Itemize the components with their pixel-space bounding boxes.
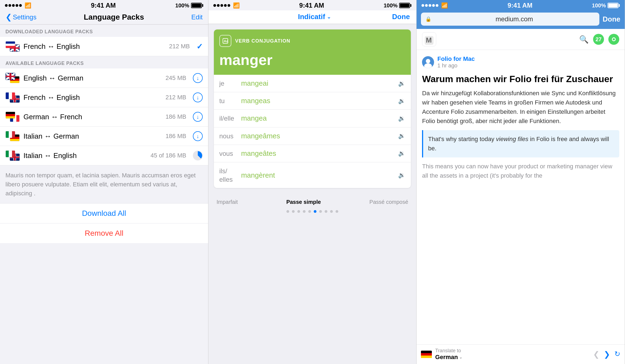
remove-all-button[interactable]: Remove All xyxy=(0,223,208,243)
medium-logo: M xyxy=(422,32,436,46)
verb-name: manger xyxy=(214,49,411,75)
pack-label-fr-en-avail: French ↔ English xyxy=(23,93,162,102)
battery-bar-2 xyxy=(399,3,411,8)
highlight-text-italic: viewing files xyxy=(496,136,528,142)
translate-bar: Translate to German ⌄ ❮ ❯ ↻ xyxy=(417,344,625,364)
conjugated-ilelle: mangea xyxy=(241,114,398,123)
tense-passe-simple[interactable]: Passe simple xyxy=(286,199,321,205)
conjugated-vous: mangeâtes xyxy=(241,149,398,158)
article-area: Folio for Mac 1 hr ago Warum machen wir … xyxy=(417,50,625,344)
conjugated-nous: mangeâmes xyxy=(241,132,398,140)
flag-uk-en-de xyxy=(5,73,15,80)
flag-pair-fr-en-avail xyxy=(5,92,20,103)
app-icon-green[interactable] xyxy=(608,34,619,45)
speaker-icon-ilelle[interactable]: 🔉 xyxy=(398,115,405,122)
flag-de-de-fr xyxy=(5,112,15,119)
flag-pair-en-de xyxy=(5,73,20,83)
conjugated-je: mangeai xyxy=(241,79,398,88)
translate-info[interactable]: Translate to German ⌄ xyxy=(435,348,462,361)
pack-row-de-fr: German ↔ French 186 MB ↓ xyxy=(0,107,208,127)
dot-9[interactable] xyxy=(330,210,333,213)
download-btn-it-de[interactable]: ↓ xyxy=(193,131,203,141)
dot-3[interactable] xyxy=(297,210,300,213)
flag-it-it-de xyxy=(5,131,15,138)
progress-circle-icon xyxy=(193,151,203,160)
speaker-icon-vous[interactable]: 🔉 xyxy=(398,150,405,157)
pack-size-fr-en-dl: 212 MB xyxy=(169,43,190,50)
conjugation-row-tu: tu mangeas 🔉 xyxy=(214,92,411,110)
flag-pair-fr-en-downloaded xyxy=(5,41,20,52)
dot-2[interactable] xyxy=(292,210,295,213)
nav-back-label: Settings xyxy=(13,13,37,21)
pack-size-it-de: 186 MB xyxy=(166,133,186,140)
edit-button[interactable]: Edit xyxy=(191,13,202,21)
download-btn-fr-en[interactable]: ↓ xyxy=(193,93,203,102)
dot-7[interactable] xyxy=(319,210,322,213)
speaker-icon-ilselles[interactable]: 🔉 xyxy=(398,172,405,179)
flag-pair-it-de xyxy=(5,131,20,141)
flag-pair-de-fr xyxy=(5,112,20,122)
pager-area: Imparfait Passe simple Passé composé xyxy=(208,193,417,218)
dot-8[interactable] xyxy=(325,210,327,213)
progress-btn-it-en[interactable] xyxy=(193,151,203,160)
search-button[interactable]: 🔍 xyxy=(579,35,589,44)
verb-conjugation-icon: Aa xyxy=(219,35,231,47)
battery-pct-3: 100% xyxy=(592,2,606,9)
dot-4[interactable] xyxy=(303,210,306,213)
nav-back-button[interactable]: ❮ Settings xyxy=(5,13,37,22)
translate-label-text: Translate to xyxy=(435,348,462,354)
phone-language-packs: 📶 9:41 AM 100% ❮ Settings Language Packs… xyxy=(0,0,208,364)
indicatif-button[interactable]: Indicatif ⌄ xyxy=(298,13,331,21)
pronoun-vous: vous xyxy=(219,149,241,158)
speaker-icon-je[interactable]: 🔉 xyxy=(398,80,405,87)
browser-done-button[interactable]: Done xyxy=(603,15,620,23)
browser-address-bar: 🔒 medium.com Done xyxy=(417,10,625,29)
author-name[interactable]: Folio for Mac xyxy=(437,55,475,62)
dot-1[interactable] xyxy=(286,210,289,213)
pack-row-en-de: English ↔ German 245 MB ↓ xyxy=(0,68,208,88)
article-title: Warum machen wir Folio frei für Zuschaue… xyxy=(422,73,619,85)
dot-6[interactable] xyxy=(314,210,316,213)
pronoun-je: je xyxy=(219,79,241,88)
url-bar[interactable]: 🔒 medium.com xyxy=(421,13,599,26)
translate-flag-de xyxy=(421,351,432,358)
nav-forward-arrow-btn[interactable]: ❯ xyxy=(604,350,610,359)
highlight-text-pre: That's why starting today xyxy=(428,136,496,142)
downloaded-check-icon: ✓ xyxy=(196,42,203,51)
browser-toolbar: M 🔍 27 xyxy=(417,29,625,50)
pack-label-en-de: English ↔ German xyxy=(23,74,162,82)
pack-row-it-en: Italian ↔ English 45 of 186 MB xyxy=(0,146,208,165)
download-btn-de-fr[interactable]: ↓ xyxy=(193,112,203,122)
dot-5[interactable] xyxy=(308,210,311,213)
pronoun-ilelle: il/elle xyxy=(219,114,241,123)
status-right-1: 100% xyxy=(175,2,203,9)
tense-imparfait[interactable]: Imparfait xyxy=(217,199,238,205)
conjugation-row-nous: nous mangeâmes 🔉 xyxy=(214,127,411,145)
notification-badge[interactable]: 27 xyxy=(593,34,604,45)
refresh-button[interactable]: ↻ xyxy=(614,350,620,359)
conjugation-row-ilselles: ils/elles mangèrent 🔉 xyxy=(214,162,411,188)
done-button-2[interactable]: Done xyxy=(392,13,410,21)
nav-bar-2: Indicatif ⌄ Done xyxy=(208,10,417,24)
battery-pct-1: 100% xyxy=(175,2,189,9)
speaker-icon-nous[interactable]: 🔉 xyxy=(398,132,405,139)
svg-point-8 xyxy=(426,59,430,63)
pack-size-fr-en-avail: 212 MB xyxy=(166,94,186,101)
battery-bar-1 xyxy=(191,3,203,8)
signal-wifi-3: 📶 xyxy=(421,2,448,9)
tense-passe-compose[interactable]: Passé composé xyxy=(369,199,408,205)
available-header: AVAILABLE LANGUAGE PACKS xyxy=(0,56,208,68)
translate-language: German ⌄ xyxy=(435,354,462,361)
phone-verb-conjugation: 📶 9:41 AM 100% Indicatif ⌄ Done Aa xyxy=(208,0,417,364)
signal-wifi-2: 📶 xyxy=(213,2,240,9)
download-all-button[interactable]: Download All xyxy=(0,203,208,223)
nav-arrows: ❮ ❯ ↻ xyxy=(593,350,620,359)
page-dots xyxy=(214,208,411,215)
speaker-icon-tu[interactable]: 🔉 xyxy=(398,97,405,105)
download-btn-en-de[interactable]: ↓ xyxy=(193,73,203,83)
status-time-3: 9:41 AM xyxy=(508,2,533,9)
downloaded-header: DOWNLOADED LANGUAGE PACKS xyxy=(0,25,208,37)
author-time: 1 hr ago xyxy=(437,62,475,69)
dot-10[interactable] xyxy=(336,210,338,213)
nav-back-arrow-btn[interactable]: ❮ xyxy=(593,350,599,359)
